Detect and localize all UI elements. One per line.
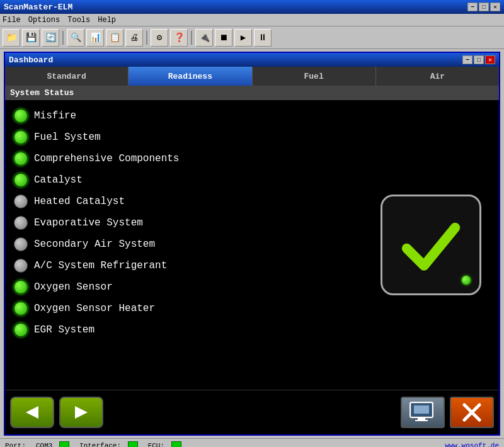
toolbar-btn-11[interactable]: ⏹ — [215, 29, 232, 47]
close-button[interactable]: ✕ — [490, 3, 500, 11]
toolbar-btn-4[interactable]: 🔍 — [67, 29, 84, 47]
toolbar-btn-3[interactable]: 🔄 — [42, 29, 59, 47]
exit-button[interactable] — [450, 397, 494, 428]
svg-rect-6 — [414, 405, 429, 414]
dashboard-close-button[interactable]: ✕ — [485, 55, 495, 64]
status-indicator-fuel-system — [14, 130, 28, 144]
status-label-egr: EGR System — [34, 324, 94, 336]
svg-marker-0 — [26, 406, 38, 419]
dashboard-window: Dashboard − □ ✕ Standard Readiness Fuel … — [4, 52, 500, 436]
port-value: COM3 — [36, 441, 69, 447]
status-label-catalyst: Catalyst — [34, 174, 83, 186]
status-label-misfire: Misfire — [34, 110, 76, 122]
svg-rect-3 — [418, 417, 425, 420]
toolbar-btn-9[interactable]: ❓ — [170, 29, 188, 47]
status-label-oxygen-heater: Oxygen Sensor Heater — [34, 303, 155, 314]
toolbar-separator-2 — [146, 31, 147, 45]
toolbar-separator-3 — [191, 31, 192, 45]
list-item: Heated Catalyst — [10, 192, 368, 211]
toolbar-btn-8[interactable]: ⚙ — [151, 29, 168, 47]
status-indicator-secondary-air — [14, 237, 28, 251]
checkmark-box — [381, 195, 481, 295]
toolbar-btn-13[interactable]: ⏸ — [254, 29, 272, 47]
list-item: Oxygen Sensor — [10, 278, 368, 297]
ecu-indicator — [171, 441, 181, 447]
system-status-header: System Status — [5, 86, 499, 100]
toolbar-btn-7[interactable]: 🖨 — [125, 29, 143, 47]
toolbar-btn-12[interactable]: ▶ — [234, 29, 252, 47]
minimize-button[interactable]: − — [467, 3, 478, 11]
toolbar: 📁 💾 🔄 🔍 📊 📋 🖨 ⚙ ❓ 🔌 ⏹ ▶ ⏸ — [0, 26, 504, 49]
dashboard-maximize-button[interactable]: □ — [474, 55, 484, 64]
back-button[interactable] — [10, 397, 54, 428]
arrow-left-icon — [23, 403, 42, 422]
menu-file[interactable]: File — [3, 16, 21, 25]
status-indicator-oxygen-heater — [14, 302, 28, 315]
toolbar-separator-1 — [62, 31, 64, 45]
menu-options[interactable]: Options — [28, 16, 60, 25]
list-item: Comprehensive Components — [10, 149, 368, 168]
tabs-bar: Standard Readiness Fuel Air — [5, 67, 499, 86]
toolbar-btn-5[interactable]: 📊 — [86, 29, 104, 47]
list-item: Fuel System — [10, 128, 368, 147]
checkmark-container — [368, 106, 494, 383]
green-dot-indicator — [462, 276, 471, 285]
dashboard-title-bar: Dashboard − □ ✕ — [5, 53, 499, 67]
checkmark-icon — [396, 210, 466, 280]
list-item: Evaporative System — [10, 213, 368, 232]
interface-indicator — [128, 441, 138, 447]
list-item: EGR System — [10, 320, 368, 339]
status-indicator-heated-catalyst — [14, 195, 28, 208]
status-indicator-misfire — [14, 109, 28, 123]
title-bar-buttons: − □ ✕ — [467, 3, 500, 11]
right-buttons — [401, 397, 494, 428]
svg-marker-1 — [75, 406, 88, 419]
tab-standard[interactable]: Standard — [5, 67, 129, 86]
status-label-comprehensive: Comprehensive Components — [34, 153, 179, 164]
status-list: Misfire Fuel System Comprehensive Compon… — [10, 106, 368, 383]
port-label: Port: — [5, 442, 26, 448]
list-item: Catalyst — [10, 171, 368, 190]
status-indicator-evaporative — [14, 216, 28, 230]
status-indicator-catalyst — [14, 173, 28, 187]
status-label-evaporative: Evaporative System — [34, 217, 143, 229]
toolbar-btn-2[interactable]: 💾 — [22, 29, 40, 47]
website-link: www.wgsoft.de — [445, 442, 499, 448]
status-indicator-oxygen-sensor — [14, 280, 28, 294]
dashboard-title-buttons: − □ ✕ — [462, 55, 495, 64]
status-label-heated-catalyst: Heated Catalyst — [34, 196, 125, 207]
status-bar-left: Port: COM3 Interface: ECU: — [5, 441, 181, 447]
status-label-oxygen-sensor: Oxygen Sensor — [34, 281, 113, 293]
tab-air[interactable]: Air — [376, 67, 499, 86]
status-indicator-ac — [14, 259, 28, 273]
monitor-button[interactable] — [401, 397, 445, 428]
menu-help[interactable]: Help — [98, 16, 116, 25]
menu-bar: File Options Tools Help — [0, 14, 504, 26]
status-label-fuel-system: Fuel System — [34, 132, 101, 143]
toolbar-btn-10[interactable]: 🔌 — [195, 29, 213, 47]
nav-buttons — [10, 397, 103, 428]
dashboard-minimize-button[interactable]: − — [462, 55, 472, 64]
port-indicator — [59, 441, 69, 447]
tab-fuel[interactable]: Fuel — [253, 67, 376, 86]
dashboard-title: Dashboard — [9, 55, 53, 65]
status-indicator-egr — [14, 323, 28, 337]
arrow-right-icon — [72, 403, 91, 422]
status-bar-right: www.wgsoft.de — [445, 442, 499, 448]
forward-button[interactable] — [59, 397, 103, 428]
status-indicator-comprehensive — [14, 152, 28, 166]
ecu-label: ECU: — [148, 441, 181, 447]
toolbar-btn-6[interactable]: 📋 — [106, 29, 123, 47]
list-item: A/C System Refrigerant — [10, 256, 368, 275]
list-item: Secondary Air System — [10, 235, 368, 254]
status-label-secondary-air: Secondary Air System — [34, 239, 155, 250]
menu-tools[interactable]: Tools — [67, 16, 90, 25]
main-content: Misfire Fuel System Comprehensive Compon… — [5, 100, 499, 390]
interface-label: Interface: — [79, 441, 138, 447]
maximize-button[interactable]: □ — [479, 3, 489, 11]
status-bar: Port: COM3 Interface: ECU: www.wgsoft.de — [0, 438, 504, 447]
status-label-ac: A/C System Refrigerant — [34, 260, 167, 271]
toolbar-btn-1[interactable]: 📁 — [3, 29, 20, 47]
bottom-bar — [5, 390, 499, 434]
tab-readiness[interactable]: Readiness — [129, 67, 252, 86]
